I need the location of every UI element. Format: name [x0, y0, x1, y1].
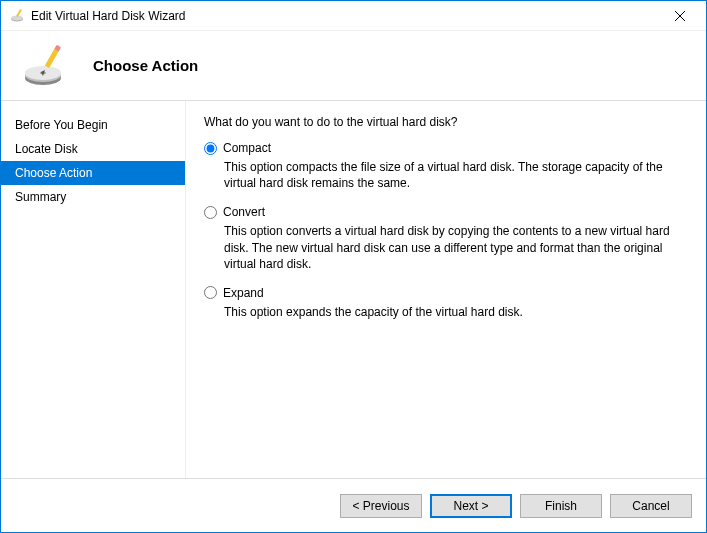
wizard-body: Before You Begin Locate Disk Choose Acti… [1, 101, 706, 478]
option-convert: Convert This option converts a virtual h… [204, 205, 688, 272]
desc-convert: This option converts a virtual hard disk… [224, 223, 688, 272]
step-summary[interactable]: Summary [1, 185, 185, 209]
prompt-text: What do you want to do to the virtual ha… [204, 115, 688, 129]
finish-button[interactable]: Finish [520, 494, 602, 518]
previous-button[interactable]: < Previous [340, 494, 422, 518]
label-convert[interactable]: Convert [223, 205, 265, 219]
page-title: Choose Action [93, 57, 198, 74]
option-compact: Compact This option compacts the file si… [204, 141, 688, 191]
step-sidebar: Before You Begin Locate Disk Choose Acti… [1, 101, 185, 478]
step-before-you-begin[interactable]: Before You Begin [1, 113, 185, 137]
next-button[interactable]: Next > [430, 494, 512, 518]
close-icon [675, 11, 685, 21]
wizard-footer: < Previous Next > Finish Cancel [1, 478, 706, 532]
content-pane: What do you want to do to the virtual ha… [185, 101, 706, 478]
wizard-window: Edit Virtual Hard Disk Wizard Choose Act… [0, 0, 707, 533]
disk-icon [21, 42, 69, 90]
step-locate-disk[interactable]: Locate Disk [1, 137, 185, 161]
cancel-button[interactable]: Cancel [610, 494, 692, 518]
step-choose-action[interactable]: Choose Action [1, 161, 185, 185]
titlebar: Edit Virtual Hard Disk Wizard [1, 1, 706, 31]
option-expand: Expand This option expands the capacity … [204, 286, 688, 320]
app-icon [9, 8, 25, 24]
radio-expand[interactable] [204, 286, 217, 299]
wizard-header: Choose Action [1, 31, 706, 101]
window-title: Edit Virtual Hard Disk Wizard [31, 9, 658, 23]
radio-convert[interactable] [204, 206, 217, 219]
radio-compact[interactable] [204, 142, 217, 155]
desc-compact: This option compacts the file size of a … [224, 159, 688, 191]
close-button[interactable] [658, 2, 702, 30]
label-compact[interactable]: Compact [223, 141, 271, 155]
desc-expand: This option expands the capacity of the … [224, 304, 688, 320]
label-expand[interactable]: Expand [223, 286, 264, 300]
